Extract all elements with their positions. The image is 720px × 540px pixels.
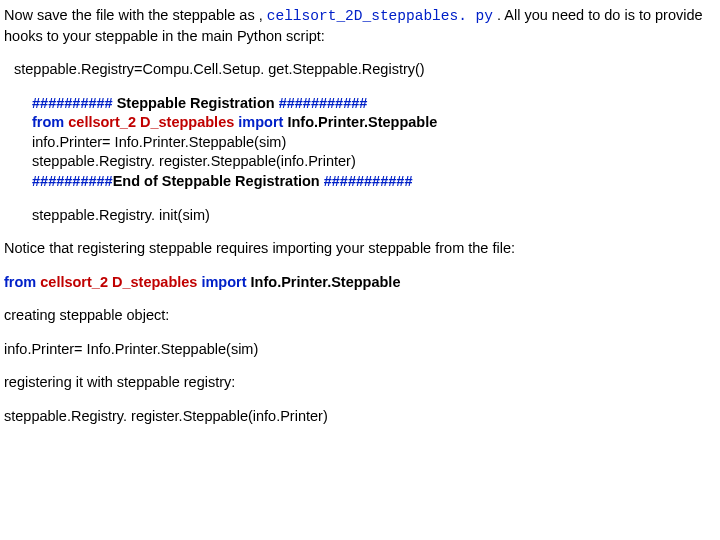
reg-line-4: steppable.Registry. register.Steppable(i… [32, 152, 716, 172]
kw-from: from [32, 114, 68, 130]
reg-open: ########## Steppable Registration ######… [32, 94, 716, 114]
hash-open-2: ########### [279, 95, 368, 111]
hash-open: ########## [32, 95, 113, 111]
creating-text: creating steppable object: [4, 306, 716, 326]
intro-text-1: Now save the file with the steppable as … [4, 7, 263, 23]
reg-open-text: Steppable Registration [113, 95, 279, 111]
intro-filename: cellsort_2D_steppables. py [267, 8, 493, 24]
reg-line-3: info.Printer= Info.Printer.Steppable(sim… [32, 133, 716, 153]
reg-close: ##########End of Steppable Registration … [32, 172, 716, 192]
kw-import-2: import [197, 274, 246, 290]
kw-from-2: from [4, 274, 40, 290]
registering-text: registering it with steppable registry: [4, 373, 716, 393]
kw-import: import [234, 114, 283, 130]
hash-close-2: ########### [324, 173, 413, 189]
init-line: steppable.Registry. init(sim) [4, 206, 716, 226]
registry-get-line: steppable.Registry=Compu.Cell.Setup. get… [4, 60, 716, 80]
module-name: cellsort_2 D_steppables [68, 114, 234, 130]
hash-close: ########## [32, 173, 113, 189]
reg-import: from cellsort_2 D_steppables import Info… [32, 113, 716, 133]
module-name-2: cellsort_2 D_stepables [40, 274, 197, 290]
reg-close-text: End of Steppable Registration [113, 173, 324, 189]
register-line: steppable.Registry. register.Steppable(i… [4, 407, 716, 427]
class-name: Info.Printer.Steppable [283, 114, 437, 130]
class-name-2: Info.Printer.Steppable [247, 274, 401, 290]
registration-block: ########## Steppable Registration ######… [4, 94, 716, 192]
intro-paragraph: Now save the file with the steppable as … [4, 6, 716, 46]
import-example: from cellsort_2 D_stepables import Info.… [4, 273, 716, 293]
object-line: info.Printer= Info.Printer.Steppable(sim… [4, 340, 716, 360]
notice-text: Notice that registering steppable requir… [4, 239, 716, 259]
